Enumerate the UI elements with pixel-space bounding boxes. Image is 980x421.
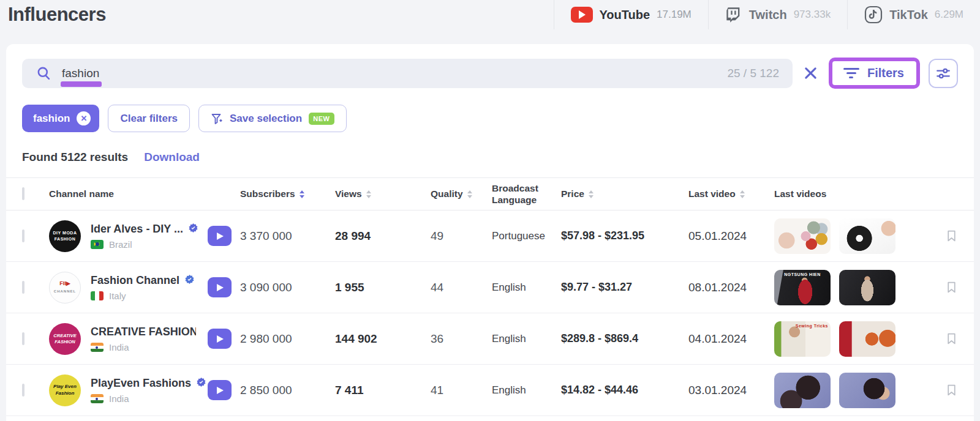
row-checkbox[interactable] bbox=[22, 332, 24, 345]
verified-badge-icon bbox=[188, 223, 198, 236]
top-header: Influencers YouTube 17.19M Twitch 973.33… bbox=[0, 0, 980, 29]
video-thumbnail[interactable] bbox=[774, 218, 831, 254]
header-channel-name: Channel name bbox=[49, 188, 240, 199]
header-subscribers[interactable]: Subscribers bbox=[240, 188, 335, 199]
search-row: fashion 25 / 5 122 Filters bbox=[6, 44, 974, 89]
language-value: English bbox=[492, 384, 561, 397]
views-value: 28 994 bbox=[335, 229, 431, 243]
views-value: 1 955 bbox=[335, 281, 431, 294]
table-header: Channel name Subscribers Views Quality B… bbox=[6, 177, 974, 210]
video-thumbnail[interactable] bbox=[839, 321, 895, 357]
bookmark-icon[interactable] bbox=[945, 229, 958, 242]
tab-tiktok-count: 6.29M bbox=[935, 9, 963, 21]
content-card: fashion 25 / 5 122 Filters fashion ✕ Cle… bbox=[6, 44, 974, 421]
advanced-filters-button[interactable] bbox=[929, 59, 958, 88]
tab-youtube-label: YouTube bbox=[600, 8, 650, 22]
play-channel-button[interactable] bbox=[208, 277, 232, 297]
country-label: Italy bbox=[109, 291, 126, 301]
remove-filter-icon[interactable]: ✕ bbox=[77, 111, 91, 125]
quality-value: 49 bbox=[431, 229, 492, 243]
sort-icon-views[interactable] bbox=[366, 190, 371, 198]
sort-icon-last-video[interactable] bbox=[740, 190, 745, 198]
search-icon bbox=[36, 65, 52, 81]
platform-tabs: YouTube 17.19M Twitch 973.33k TikTok 6.2… bbox=[554, 0, 980, 29]
avatar[interactable]: Play Even Fashion bbox=[49, 374, 81, 406]
filters-button-label: Filters bbox=[867, 66, 904, 80]
save-selection-label: Save selection bbox=[230, 113, 302, 125]
row-checkbox[interactable] bbox=[22, 384, 24, 397]
tab-twitch-label: Twitch bbox=[749, 8, 787, 22]
select-all-checkbox[interactable] bbox=[22, 187, 24, 200]
results-summary-row: Found 5122 results Download bbox=[6, 132, 974, 177]
verified-badge-icon bbox=[196, 377, 206, 390]
bookmark-icon[interactable] bbox=[945, 332, 958, 345]
table-row: FII▶CHANNEL Fashion Channel Italy 3 090 … bbox=[6, 262, 974, 313]
quality-value: 36 bbox=[431, 332, 492, 346]
tiktok-icon bbox=[864, 6, 883, 24]
sort-icon-quality[interactable] bbox=[467, 190, 472, 198]
price-value: $9.77 - $31.27 bbox=[561, 281, 688, 294]
table-row: DIY MODA FASHION Ider Alves - DIY ... Br… bbox=[6, 210, 974, 262]
channel-name[interactable]: Fashion Channel bbox=[91, 274, 179, 287]
row-checkbox[interactable] bbox=[22, 229, 24, 242]
tab-tiktok[interactable]: TikTok 6.29M bbox=[847, 0, 980, 29]
channel-name[interactable]: CREATIVE FASHION bbox=[91, 326, 196, 338]
video-thumbnail[interactable] bbox=[774, 373, 831, 408]
price-value: $14.82 - $44.46 bbox=[561, 384, 688, 397]
play-channel-button[interactable] bbox=[208, 380, 232, 400]
play-channel-button[interactable] bbox=[208, 329, 232, 349]
video-thumbnail[interactable] bbox=[839, 218, 895, 254]
video-thumbnail[interactable]: NGTSUNG HIEN bbox=[774, 270, 831, 305]
tab-youtube[interactable]: YouTube 17.19M bbox=[554, 0, 708, 29]
header-last-video[interactable]: Last video bbox=[688, 188, 774, 199]
query-highlight-marker bbox=[61, 81, 102, 87]
avatar[interactable]: FII▶CHANNEL bbox=[49, 272, 81, 304]
flag-india-icon bbox=[91, 394, 104, 403]
results-counter: 25 / 5 122 bbox=[727, 67, 779, 80]
sort-icon-price[interactable] bbox=[589, 190, 594, 198]
filter-chip-fashion[interactable]: fashion ✕ bbox=[22, 105, 99, 132]
header-price[interactable]: Price bbox=[561, 188, 688, 199]
video-thumbnail[interactable]: Sewing Tricks bbox=[774, 321, 831, 357]
last-video-date: 08.01.2024 bbox=[688, 281, 774, 294]
quality-value: 44 bbox=[431, 281, 492, 294]
bookmark-icon[interactable] bbox=[945, 281, 958, 294]
tab-twitch[interactable]: Twitch 973.33k bbox=[708, 0, 847, 29]
video-thumbnail[interactable] bbox=[839, 373, 895, 408]
last-video-date: 03.01.2024 bbox=[688, 384, 774, 397]
search-input[interactable]: fashion 25 / 5 122 bbox=[22, 59, 793, 88]
verified-badge-icon bbox=[184, 274, 195, 287]
country-label: India bbox=[109, 342, 129, 352]
video-thumbnail[interactable] bbox=[839, 270, 895, 305]
download-link[interactable]: Download bbox=[144, 151, 200, 164]
bookmark-icon[interactable] bbox=[945, 384, 958, 397]
filter-chip-label: fashion bbox=[33, 113, 70, 125]
filters-button[interactable]: Filters bbox=[829, 58, 920, 89]
subscribers-value: 2 980 000 bbox=[240, 332, 335, 346]
price-value: $57.98 - $231.95 bbox=[561, 229, 688, 242]
header-views[interactable]: Views bbox=[335, 188, 431, 199]
tab-youtube-count: 17.19M bbox=[657, 9, 692, 21]
clear-search-icon[interactable] bbox=[804, 66, 818, 80]
last-video-date: 04.01.2024 bbox=[688, 332, 774, 346]
row-checkbox[interactable] bbox=[22, 281, 24, 294]
avatar[interactable]: DIY MODA FASHION bbox=[49, 220, 81, 252]
avatar[interactable]: CREATIVE FASHION bbox=[49, 323, 81, 355]
table-row: CREATIVE FASHION CREATIVE FASHION India … bbox=[6, 313, 974, 365]
channel-name[interactable]: PlayEven Fashions bbox=[91, 377, 191, 390]
flag-brazil-icon bbox=[91, 240, 104, 249]
clear-filters-button[interactable]: Clear filters bbox=[108, 105, 190, 132]
search-query-text: fashion bbox=[62, 67, 99, 80]
header-quality[interactable]: Quality bbox=[431, 188, 492, 199]
language-value: English bbox=[492, 333, 561, 345]
flag-italy-icon bbox=[91, 291, 104, 300]
header-broadcast-language: Broadcast Language bbox=[492, 182, 561, 206]
clear-filters-label: Clear filters bbox=[120, 113, 178, 125]
play-channel-button[interactable] bbox=[208, 226, 232, 246]
save-selection-button[interactable]: Save selection NEW bbox=[198, 105, 347, 132]
sort-icon-subscribers[interactable] bbox=[300, 190, 304, 198]
language-value: Portuguese bbox=[492, 230, 561, 242]
views-value: 7 411 bbox=[335, 384, 431, 397]
channel-name[interactable]: Ider Alves - DIY ... bbox=[91, 223, 183, 236]
sliders-icon bbox=[935, 65, 951, 81]
